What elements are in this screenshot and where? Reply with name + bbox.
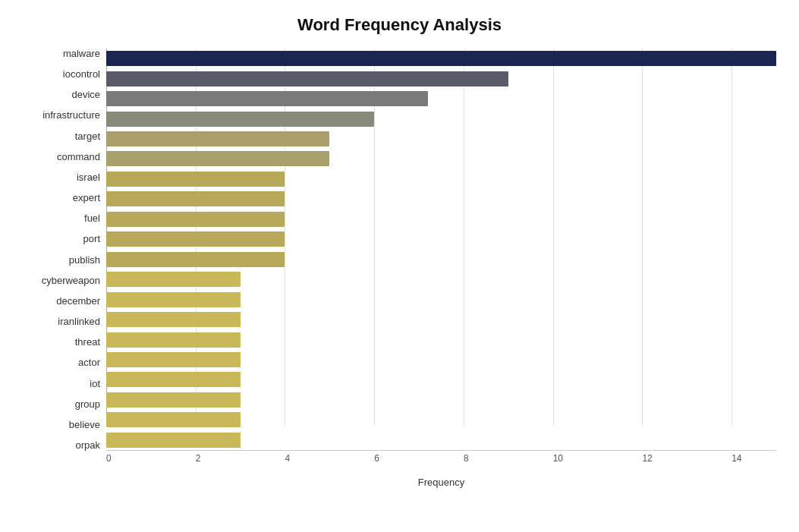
bar-row	[106, 49, 776, 68]
chart-container: Word Frequency Analysis malwareiocontrol…	[0, 0, 799, 532]
y-label: fuel	[23, 213, 100, 223]
bar-row	[106, 229, 776, 249]
y-label: port	[23, 234, 100, 244]
bar-row	[106, 310, 776, 329]
y-label: command	[23, 152, 100, 162]
bar-row	[106, 410, 776, 430]
bar	[106, 191, 285, 206]
bar-row	[106, 269, 776, 289]
y-label: actor	[23, 357, 100, 367]
chart-title: Word Frequency Analysis	[23, 15, 776, 35]
bar	[106, 51, 776, 66]
bar	[106, 172, 285, 187]
bar-row	[106, 209, 776, 229]
bar	[106, 112, 374, 127]
bar	[106, 272, 241, 287]
y-label: cyberweapon	[23, 275, 100, 285]
bar-row	[106, 89, 776, 109]
bar	[106, 151, 329, 166]
grid-and-bars	[106, 49, 776, 450]
bar-row	[106, 250, 776, 269]
bar-row	[106, 289, 776, 309]
y-label: orpak	[23, 440, 100, 450]
bars-area: 02468101214 Frequency	[106, 49, 776, 474]
bar-row	[106, 149, 776, 168]
bar-row	[106, 350, 776, 370]
y-label: israel	[23, 172, 100, 182]
bar	[106, 312, 241, 327]
bar	[106, 91, 428, 106]
bar	[106, 212, 285, 227]
bar-row	[106, 390, 776, 410]
y-label: group	[23, 399, 100, 409]
bar	[106, 412, 241, 427]
bar	[106, 252, 285, 267]
bar-row	[106, 189, 776, 209]
bar	[106, 131, 329, 146]
y-label: iot	[23, 379, 100, 389]
y-label: iocontrol	[23, 69, 100, 79]
y-labels: malwareiocontroldeviceinfrastructuretarg…	[23, 49, 106, 474]
y-label: expert	[23, 193, 100, 203]
y-label: device	[23, 90, 100, 99]
bar-row	[106, 370, 776, 389]
bar	[106, 352, 241, 367]
bar-row	[106, 109, 776, 128]
y-label: threat	[23, 337, 100, 347]
bar-row	[106, 129, 776, 149]
y-label: iranlinked	[23, 316, 100, 326]
bar-row	[106, 329, 776, 349]
x-axis-line	[106, 450, 776, 451]
bar	[106, 392, 241, 408]
bar-row	[106, 430, 776, 450]
x-axis-label: Frequency	[418, 477, 464, 488]
bar-row	[106, 169, 776, 189]
y-label: malware	[23, 49, 100, 58]
x-axis: 02468101214 Frequency	[106, 450, 776, 474]
bar	[106, 332, 241, 348]
bar	[106, 231, 285, 247]
y-label: target	[23, 131, 100, 141]
bar	[106, 372, 241, 387]
bar	[106, 71, 508, 87]
y-label: december	[23, 296, 100, 306]
y-label: believe	[23, 420, 100, 430]
bar	[106, 292, 241, 307]
bar	[106, 433, 241, 448]
y-label: infrastructure	[23, 110, 100, 120]
y-label: publish	[23, 255, 100, 265]
bar-row	[106, 68, 776, 88]
chart-area: malwareiocontroldeviceinfrastructuretarg…	[23, 49, 776, 474]
